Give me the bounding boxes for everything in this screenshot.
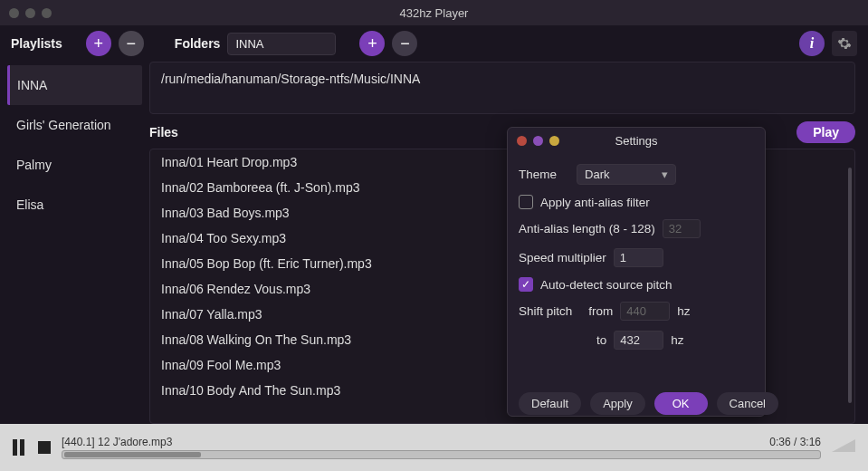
ok-button[interactable]: OK [654, 392, 708, 415]
maximize-window-icon[interactable] [42, 8, 52, 18]
minimize-window-icon[interactable] [25, 8, 35, 18]
dialog-close-icon[interactable] [517, 136, 527, 146]
shift-from-input[interactable] [620, 302, 670, 321]
volume-control[interactable] [832, 439, 855, 456]
play-button[interactable]: Play [796, 121, 855, 143]
time-display: 0:36 / 3:16 [769, 436, 821, 448]
window-title: 432hz Player [400, 6, 469, 20]
window-controls [9, 8, 52, 18]
dialog-titlebar: Settings [508, 128, 765, 153]
shift-pitch-label: Shift pitch [519, 304, 572, 318]
folders-label: Folders [175, 36, 221, 51]
folder-path-display[interactable]: /run/media/hanuman/Storage-ntfs/Music/IN… [149, 62, 855, 114]
hz-label-1: hz [677, 304, 690, 318]
dialog-minimize-icon[interactable] [533, 136, 543, 146]
default-button[interactable]: Default [519, 392, 581, 415]
remove-folder-button[interactable]: − [392, 31, 417, 56]
add-folder-button[interactable]: + [359, 31, 385, 56]
playlist-item[interactable]: Elisa [7, 185, 142, 225]
now-playing-label: [440.1] 12 J'adore.mp3 [62, 436, 172, 448]
auto-detect-checkbox[interactable] [519, 277, 533, 292]
file-list-scrollbar[interactable] [848, 168, 852, 403]
theme-select[interactable]: Dark [577, 164, 676, 185]
shift-to-label: to [596, 333, 606, 347]
anti-alias-checkbox[interactable] [519, 195, 533, 209]
cancel-button[interactable]: Cancel [717, 392, 778, 415]
apply-button[interactable]: Apply [590, 392, 645, 415]
window-titlebar: 432hz Player [0, 0, 868, 25]
stop-button[interactable] [38, 441, 51, 454]
progress-slider[interactable] [62, 450, 821, 459]
theme-label: Theme [519, 168, 557, 181]
shift-from-label: from [588, 304, 613, 318]
progress-fill [64, 452, 201, 457]
speed-multiplier-label: Speed multiplier [519, 251, 606, 264]
info-button[interactable]: i [799, 31, 825, 56]
playlists-sidebar: INNAGirls' GenerationPalmyElisa [0, 62, 149, 424]
player-bar: [440.1] 12 J'adore.mp3 0:36 / 3:16 [0, 424, 868, 471]
gear-icon [837, 36, 852, 51]
playlist-item[interactable]: Palmy [7, 145, 142, 185]
dialog-title: Settings [615, 134, 658, 148]
anti-alias-length-input[interactable] [663, 219, 701, 238]
playlist-item[interactable]: Girls' Generation [7, 105, 142, 145]
add-playlist-button[interactable]: + [86, 31, 111, 56]
playlists-label: Playlists [11, 36, 62, 51]
close-window-icon[interactable] [9, 8, 19, 18]
shift-to-input[interactable] [614, 331, 663, 350]
remove-playlist-button[interactable]: − [119, 31, 144, 56]
settings-dialog: Settings Theme Dark Apply anti-alias fil… [507, 127, 766, 417]
settings-button[interactable] [832, 31, 857, 56]
toolbar: Playlists + − Folders + − i [0, 25, 868, 62]
files-label: Files [149, 125, 178, 139]
dialog-maximize-icon[interactable] [549, 136, 559, 146]
anti-alias-label: Apply anti-alias filter [540, 196, 650, 209]
playlist-item[interactable]: INNA [7, 65, 142, 105]
speed-multiplier-input[interactable] [614, 248, 663, 267]
anti-alias-length-label: Anti-alias length (8 - 128) [519, 222, 655, 236]
pause-button[interactable] [13, 439, 27, 456]
auto-detect-label: Auto-detect source pitch [540, 278, 672, 292]
folder-name-input[interactable] [227, 33, 336, 55]
hz-label-2: hz [671, 333, 683, 347]
